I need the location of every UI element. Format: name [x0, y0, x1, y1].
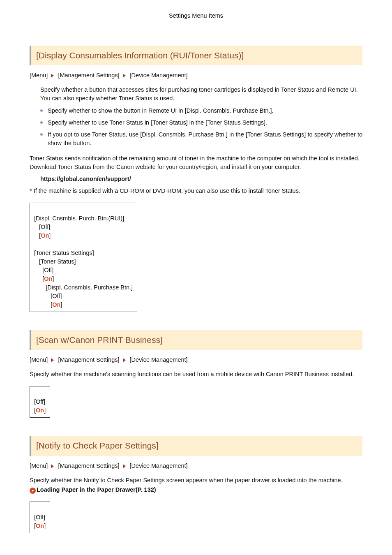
option-value-off: [Off]: [39, 224, 50, 230]
body-paragraph: Specify whether the Notify to Check Pape…: [30, 476, 362, 485]
option-label: [Displ. Cnsmbls. Purch. Btn.(RUI)]: [34, 215, 124, 222]
option-box: [Off] [On]: [30, 386, 50, 418]
option-value-on: On: [36, 523, 44, 529]
option-label: [Toner Status]: [39, 258, 76, 265]
breadcrumb-item: [Management Settings]: [58, 462, 119, 469]
breadcrumb-item: [Management Settings]: [58, 72, 119, 79]
chevron-right-icon: [51, 74, 54, 78]
breadcrumb-item: [Device Management]: [130, 462, 188, 469]
svg-marker-0: [32, 490, 34, 492]
breadcrumb-item: [Menu]: [30, 462, 48, 469]
option-value-off: [Off]: [34, 398, 45, 405]
option-value-on: On: [41, 232, 49, 239]
option-label: [Displ. Consmbls. Purchase Btn.]: [46, 284, 133, 291]
chevron-right-icon: [123, 464, 126, 468]
play-circle-icon: [30, 488, 36, 494]
intro-paragraph: Specify whether a button that accesses s…: [40, 86, 362, 103]
option-label: [Toner Status Settings]: [34, 250, 94, 256]
list-item: If you opt to use Toner Status, use [Dis…: [40, 130, 362, 148]
option-value-on: On: [52, 301, 60, 308]
chevron-right-icon: [51, 358, 54, 362]
option-value-off: [Off]: [42, 267, 53, 273]
section-heading-scan: [Scan w/Canon PRINT Business]: [30, 330, 362, 350]
chevron-right-icon: [123, 74, 126, 78]
breadcrumb-item: [Management Settings]: [58, 356, 119, 363]
option-value-on: On: [44, 275, 52, 282]
option-tree-box: [Displ. Cnsmbls. Purch. Btn.(RUI)] [Off]…: [30, 203, 137, 312]
support-url[interactable]: https://global.canon/en/support/: [30, 175, 362, 183]
cross-reference[interactable]: Loading Paper in the Paper Drawer(P. 132…: [30, 486, 362, 494]
running-header: Settings Menu Items: [30, 12, 362, 20]
breadcrumb: [Menu] [Management Settings] [Device Man…: [30, 71, 362, 80]
option-value-off: [Off]: [51, 293, 62, 299]
breadcrumb-item: [Device Management]: [130, 72, 188, 79]
section-heading-notify: [Notify to Check Paper Settings]: [30, 436, 362, 456]
option-value-on: On: [36, 407, 44, 414]
body-paragraph: Toner Status sends notification of the r…: [30, 154, 362, 171]
chevron-right-icon: [51, 464, 54, 468]
breadcrumb: [Menu] [Management Settings] [Device Man…: [30, 356, 362, 364]
body-paragraph: Specify whether the machine's scanning f…: [30, 370, 362, 379]
breadcrumb: [Menu] [Management Settings] [Device Man…: [30, 462, 362, 470]
cross-reference-label[interactable]: Loading Paper in the Paper Drawer(P. 132…: [37, 486, 156, 493]
bullet-list: Specify whether to show the button in Re…: [40, 106, 362, 148]
footnote: * If the machine is supplied with a CD-R…: [30, 187, 362, 195]
breadcrumb-item: [Device Management]: [130, 356, 188, 363]
list-item: Specify whether to use Toner Status in […: [40, 118, 362, 127]
section-heading-consumables: [Display Consumables Information (RUI/To…: [30, 46, 362, 65]
option-value-off: [Off]: [34, 514, 45, 520]
chevron-right-icon: [123, 358, 126, 362]
option-box: [Off] [On]: [30, 502, 50, 533]
breadcrumb-item: [Menu]: [30, 356, 48, 363]
list-item: Specify whether to show the button in Re…: [40, 106, 362, 115]
breadcrumb-item: [Menu]: [30, 72, 48, 79]
